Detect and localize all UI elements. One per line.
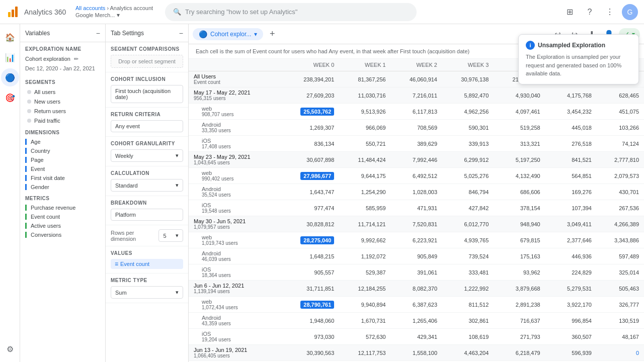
row-label-cell: May 30 - Jun 5, 20211,079,957 users: [189, 216, 280, 232]
row-value-week2: 1,265,406: [391, 313, 442, 329]
dimension-age[interactable]: Age: [20, 137, 105, 146]
rows-per-dimension-select[interactable]: 5 ▾: [158, 229, 183, 242]
search-placeholder: Try searching "how to set up Analytics": [185, 8, 297, 16]
row-value-week5: 841,521: [545, 152, 597, 168]
row-value-week5: 169,276: [545, 184, 597, 200]
row-value-week5: 3,922,170: [545, 297, 597, 313]
variables-panel: Variables − Exploration name Cohort expl…: [20, 24, 106, 362]
group-header-users: 1,043,645 users: [194, 160, 275, 165]
data-area[interactable]: Each cell is the sum of Event count for …: [189, 44, 644, 362]
variables-panel-title: Variables: [25, 30, 50, 37]
sidebar-explore-btn[interactable]: 🔵: [1, 68, 19, 86]
platform-label: web: [194, 299, 275, 305]
tab-settings-close[interactable]: −: [179, 29, 183, 37]
row-value-week3: 333,481: [442, 264, 494, 281]
info-text: Each cell is the sum of Event count for …: [196, 48, 469, 54]
metric-type-select[interactable]: Sum ▾: [111, 286, 183, 299]
table-row: Jun 6 - Jun 12, 20211,139,194 users31,71…: [189, 281, 644, 297]
row-value-week6: 48,167: [597, 329, 644, 345]
row-value-week6: 628,465: [597, 87, 644, 104]
metric-conversions[interactable]: Conversions: [20, 230, 105, 239]
sidebar-settings-btn[interactable]: ⚙: [1, 340, 19, 358]
row-value-week5: 3,454,232: [545, 104, 597, 120]
return-criteria-input[interactable]: Any event: [111, 120, 183, 132]
breadcrumb-area: All accounts › Analytics account Google …: [75, 5, 153, 20]
exploration-edit-icon[interactable]: ✏: [74, 56, 78, 62]
metric-purchase-revenue[interactable]: Purchase revenue: [20, 203, 105, 212]
platform-label: iOS: [194, 331, 275, 337]
more-options-icon-btn[interactable]: ⋮: [602, 4, 618, 20]
platform-users: 1,072,434 users: [194, 305, 275, 310]
segments-section-label: SEGMENTS: [20, 75, 105, 87]
row-label-cell: web1,019,743 users: [189, 232, 280, 248]
row-value-week4: 5,197,250: [494, 152, 545, 168]
group-header-date: May 30 - Jun 5, 2021: [194, 218, 275, 224]
svg-rect-0: [8, 12, 11, 17]
dimension-event[interactable]: Event: [20, 164, 105, 173]
dimension-first-visit[interactable]: First visit date: [20, 173, 105, 183]
dropdown-icon[interactable]: ▾: [117, 12, 120, 20]
variables-panel-close[interactable]: −: [96, 29, 100, 37]
date-range[interactable]: Dec 12, 2020 - Jan 22, 2021: [20, 64, 105, 75]
account-name[interactable]: Google Merch...: [75, 12, 115, 19]
sidebar-home-btn[interactable]: 🏠: [1, 28, 19, 46]
dimension-gender[interactable]: Gender: [20, 183, 105, 192]
calculation-section: CALCULATION Standard ▾: [106, 166, 188, 196]
row-value-week6: 0: [597, 345, 644, 361]
help-icon-btn[interactable]: ?: [582, 4, 598, 20]
row-value-week2: 8,082,370: [391, 281, 442, 297]
row-label-cell: web1,072,434 users: [189, 297, 280, 313]
row-value-week5: 445,018: [545, 120, 597, 136]
tab-dropdown-icon[interactable]: ▾: [254, 31, 257, 38]
metric-event-count[interactable]: Event count: [20, 212, 105, 221]
cohort-exploration-tab[interactable]: 🔵 Cohort explor... ▾: [193, 28, 263, 40]
cohort-granularity-select[interactable]: Weekly ▾: [111, 149, 183, 162]
values-chip[interactable]: ≡ Event count: [111, 259, 183, 269]
calculation-dropdown-icon: ▾: [176, 182, 179, 189]
tab-settings-panel: Tab Settings − SEGMENT COMPARISONS Drop …: [106, 24, 189, 362]
platform-label: iOS: [194, 138, 275, 144]
segment-all-users[interactable]: All users: [22, 87, 103, 97]
table-row: Android35,524 users1,643,7471,254,2901,0…: [189, 184, 644, 200]
col-header-week2: WEEK 2: [391, 59, 442, 71]
segment-drop-zone[interactable]: Drop or select segment: [111, 55, 183, 68]
row-value-week1: 585,959: [339, 200, 390, 216]
metric-type-section: METRIC TYPE Sum ▾: [106, 274, 188, 303]
segment-return-users[interactable]: Return users: [22, 107, 103, 116]
segment-paid-traffic[interactable]: Paid traffic: [22, 116, 103, 125]
metric-active-users[interactable]: Active users: [20, 221, 105, 230]
nav-icons-group: ⊞ ? ⋮ G: [561, 4, 638, 20]
row-label-cell: May 17 - May 22, 2021956,315 users: [189, 87, 280, 104]
row-value-week6: 451,075: [597, 104, 644, 120]
sidebar-reports-btn[interactable]: 📊: [1, 48, 19, 66]
row-value-week6: 130,519: [597, 313, 644, 329]
row-value-week3: 30,976,138: [442, 71, 494, 87]
table-row: May 17 - May 22, 2021956,315 users27,609…: [189, 87, 644, 104]
dimension-page[interactable]: Page: [20, 155, 105, 164]
platform-users: 35,524 users: [194, 192, 275, 198]
calculation-select[interactable]: Standard ▾: [111, 179, 183, 192]
breakdown-input[interactable]: Platform: [111, 209, 183, 221]
row-label-cell: iOS18,364 users: [189, 264, 280, 281]
tooltip-icon: i: [526, 41, 535, 50]
row-value-week3: 4,962,256: [442, 104, 494, 120]
rows-section: Rows per dimension 5 ▾: [106, 225, 188, 246]
tooltip-title: i Unsampled Exploration: [526, 41, 631, 50]
platform-users: 43,359 users: [194, 321, 275, 326]
row-value-week0: 25,503,762: [280, 104, 340, 120]
user-avatar[interactable]: G: [622, 4, 638, 20]
segment-new-users[interactable]: New users: [22, 97, 103, 106]
dimension-country[interactable]: Country: [20, 146, 105, 155]
cohort-inclusion-input[interactable]: First touch (acquisition date): [111, 85, 183, 103]
row-value-week3: 6,299,912: [442, 152, 494, 168]
add-tab-button[interactable]: +: [265, 27, 279, 41]
cohort-granularity-section: COHORT GRANULARITY Weekly ▾: [106, 137, 188, 166]
platform-label: iOS: [194, 266, 275, 273]
platform-label: Android: [194, 315, 275, 321]
return-criteria-label: RETURN CRITERIA: [111, 112, 183, 117]
platform-users: 19,548 users: [194, 208, 275, 214]
sidebar-advertising-btn[interactable]: 🎯: [1, 88, 19, 107]
apps-icon-btn[interactable]: ⊞: [561, 4, 578, 20]
search-bar[interactable]: 🔍 Try searching "how to set up Analytics…: [165, 3, 417, 21]
row-value-week5: 276,518: [545, 136, 597, 152]
